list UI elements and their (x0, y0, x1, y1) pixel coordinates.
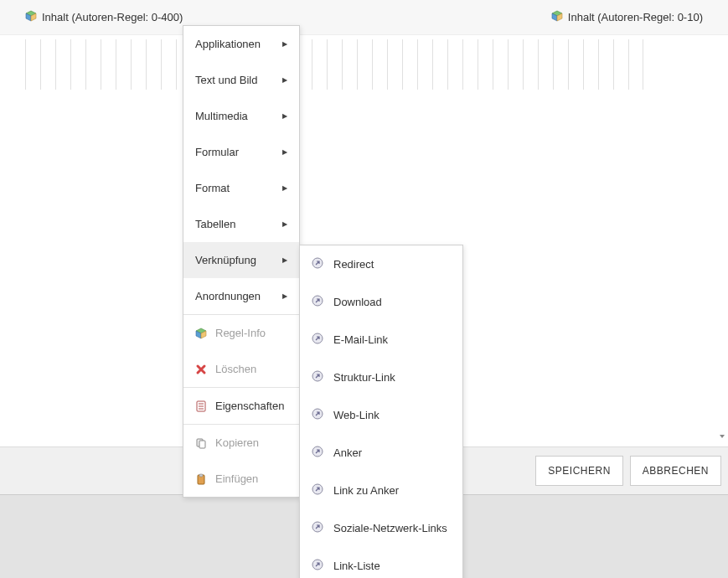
menu-item-applikationen[interactable]: Applikationen ▶ (183, 26, 299, 62)
svg-marker-6 (720, 435, 725, 438)
cancel-button[interactable]: ABBRECHEN (630, 456, 721, 486)
submenu-label: Link zu Anker (333, 484, 399, 497)
link-icon (312, 295, 323, 309)
link-icon (312, 446, 323, 460)
menu-label: Formular (195, 146, 239, 158)
properties-icon (195, 400, 207, 412)
submenu-verknuepfung: Redirect Download E-Mail-Link Struktur-L… (299, 245, 463, 578)
menu-item-tabellen[interactable]: Tabellen ▶ (183, 206, 299, 242)
ruler-area (0, 39, 728, 98)
menu-label: Tabellen (195, 218, 235, 230)
cube-icon (25, 10, 37, 24)
menu-label: Regel-Info (215, 327, 266, 339)
submenu-item-email-link[interactable]: E-Mail-Link (300, 321, 462, 359)
link-icon (312, 483, 323, 498)
menu-item-anordnungen[interactable]: Anordnungen ▶ (183, 278, 299, 314)
ruler (25, 39, 703, 90)
content-header: Inhalt (Autoren-Regel: 0-400) Inhalt (Au… (0, 0, 728, 35)
menu-label: Format (195, 182, 230, 194)
submenu-item-soziale-netzwerk-links[interactable]: Soziale-Netzwerk-Links (300, 509, 462, 547)
link-icon (312, 370, 323, 384)
chevron-right-icon: ▶ (282, 256, 287, 264)
submenu-label: Link-Liste (333, 560, 380, 572)
link-icon (312, 333, 323, 347)
cube-icon (551, 10, 563, 24)
content-right-text: Inhalt (Autoren-Regel: 0-10) (568, 11, 703, 23)
submenu-label: Soziale-Netzwerk-Links (333, 522, 447, 534)
link-icon (312, 521, 323, 535)
chevron-right-icon: ▶ (282, 148, 287, 156)
scrollbar-down-icon[interactable] (716, 427, 728, 446)
menu-label: Löschen (215, 363, 256, 375)
chevron-right-icon: ▶ (282, 112, 287, 120)
submenu-label: Struktur-Link (333, 371, 395, 384)
submenu-label: Redirect (333, 258, 374, 271)
chevron-right-icon: ▶ (282, 40, 287, 48)
menu-item-verknuepfung[interactable]: Verknüpfung ▶ (183, 242, 299, 278)
context-menu: Applikationen ▶ Text und Bild ▶ Multimed… (183, 25, 300, 498)
save-button[interactable]: SPEICHERN (535, 456, 623, 486)
content-right-label[interactable]: Inhalt (Autoren-Regel: 0-10) (551, 10, 703, 24)
menu-label: Multimedia (195, 110, 248, 122)
submenu-item-anker[interactable]: Anker (300, 434, 462, 472)
paste-icon (195, 473, 207, 485)
menu-label: Kopieren (215, 436, 259, 449)
menu-item-loeschen[interactable]: Löschen (183, 351, 299, 387)
submenu-label: E-Mail-Link (333, 333, 388, 346)
content-left-text: Inhalt (Autoren-Regel: 0-400) (42, 11, 183, 23)
link-icon (312, 408, 323, 422)
submenu-item-redirect[interactable]: Redirect (300, 245, 462, 283)
menu-item-formular[interactable]: Formular ▶ (183, 134, 299, 170)
menu-item-regel-info[interactable]: Regel-Info (183, 314, 299, 351)
menu-item-eigenschaften[interactable]: Eigenschaften (183, 387, 299, 424)
submenu-label: Web-Link (333, 409, 379, 421)
menu-item-kopieren[interactable]: Kopieren (183, 424, 299, 461)
cube-icon (195, 328, 207, 339)
delete-icon (195, 364, 207, 375)
menu-label: Text und Bild (195, 74, 257, 86)
chevron-right-icon: ▶ (282, 292, 287, 300)
svg-rect-17 (199, 474, 203, 477)
submenu-item-download[interactable]: Download (300, 283, 462, 321)
menu-item-text-und-bild[interactable]: Text und Bild ▶ (183, 62, 299, 98)
menu-label: Applikationen (195, 38, 261, 50)
copy-icon (195, 437, 207, 449)
submenu-label: Download (333, 296, 382, 308)
submenu-item-struktur-link[interactable]: Struktur-Link (300, 359, 462, 396)
link-icon (312, 559, 323, 573)
menu-label: Anordnungen (195, 290, 261, 302)
menu-item-format[interactable]: Format ▶ (183, 170, 299, 206)
menu-item-einfuegen[interactable]: Einfügen (183, 461, 299, 497)
menu-label: Eigenschaften (215, 400, 284, 412)
chevron-right-icon: ▶ (282, 184, 287, 192)
submenu-label: Anker (333, 446, 362, 459)
menu-label: Verknüpfung (195, 254, 256, 266)
menu-label: Einfügen (215, 472, 258, 485)
svg-rect-15 (199, 441, 205, 448)
submenu-item-link-liste[interactable]: Link-Liste (300, 547, 462, 578)
menu-item-multimedia[interactable]: Multimedia ▶ (183, 98, 299, 134)
content-left-label[interactable]: Inhalt (Autoren-Regel: 0-400) (25, 10, 183, 24)
chevron-right-icon: ▶ (282, 220, 287, 228)
link-icon (312, 257, 323, 271)
chevron-right-icon: ▶ (282, 76, 287, 84)
submenu-item-web-link[interactable]: Web-Link (300, 396, 462, 434)
submenu-item-link-zu-anker[interactable]: Link zu Anker (300, 472, 462, 509)
